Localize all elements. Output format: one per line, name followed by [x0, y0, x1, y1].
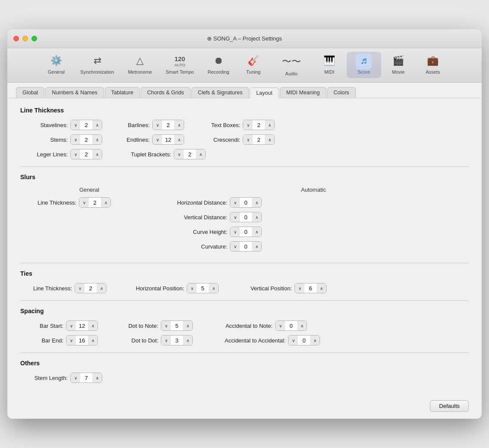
toolbar-item-metronome[interactable]: △ Metronome	[121, 52, 159, 78]
toolbar-item-general[interactable]: ⚙️ General	[39, 52, 73, 78]
atn-decrement[interactable]: ∨	[276, 320, 285, 331]
bar-start-increment[interactable]: ∧	[88, 320, 97, 331]
endlines-decrement[interactable]: ∨	[153, 134, 162, 145]
toolbar-label-movie: Movie	[392, 69, 404, 75]
dtn-decrement[interactable]: ∨	[161, 320, 171, 331]
text-boxes-stepper[interactable]: ∨ 2 ∧	[243, 120, 275, 130]
close-button[interactable]	[13, 36, 19, 41]
tab-tablature[interactable]: Tablature	[105, 87, 140, 98]
crescendi-stepper[interactable]: ∨ 2 ∧	[243, 134, 275, 145]
dot-to-note-stepper[interactable]: ∨ 5 ∧	[161, 320, 193, 331]
slurs-lt-increment[interactable]: ∧	[101, 197, 110, 208]
ties-lt-field: Line Thickness: ∨ 2 ∧	[20, 283, 107, 293]
slurs-curvature-label: Curvature:	[158, 243, 227, 250]
stavelines-increment[interactable]: ∧	[92, 120, 102, 130]
stem-length-increment[interactable]: ∧	[92, 373, 102, 383]
ties-lt-decrement[interactable]: ∨	[75, 283, 85, 293]
toolbar-item-recording[interactable]: ⏺ Recording	[201, 52, 236, 78]
tab-colors[interactable]: Colors	[327, 87, 356, 98]
barlines-increment[interactable]: ∧	[174, 120, 184, 130]
stems-increment[interactable]: ∧	[92, 134, 102, 145]
slurs-ch-decrement[interactable]: ∨	[230, 227, 240, 237]
leger-lines-stepper[interactable]: ∨ 2 ∧	[70, 149, 102, 159]
bar-start-decrement[interactable]: ∨	[66, 320, 76, 331]
ties-hp-decrement[interactable]: ∨	[187, 283, 197, 293]
ties-vp-decrement[interactable]: ∨	[295, 283, 304, 293]
endlines-increment[interactable]: ∧	[174, 134, 184, 145]
ties-title: Ties	[20, 270, 469, 277]
atn-stepper[interactable]: ∨ 0 ∧	[275, 320, 307, 331]
toolbar-item-smart-tempo[interactable]: 120 AUTO Smart Tempo	[159, 52, 201, 78]
tab-clefs-signatures[interactable]: Clefs & Signatures	[191, 87, 249, 98]
slurs-curve-height-row: Curve Height: ∨ 0 ∧	[158, 227, 469, 237]
slurs-ch-stepper[interactable]: ∨ 0 ∧	[230, 227, 262, 237]
slurs-hd-increment[interactable]: ∧	[252, 197, 261, 208]
dtd-decrement[interactable]: ∨	[161, 335, 171, 345]
text-boxes-decrement[interactable]: ∨	[243, 120, 253, 130]
slurs-ch-increment[interactable]: ∧	[252, 227, 261, 237]
tab-midi-meaning[interactable]: MIDI Meaning	[280, 87, 326, 98]
toolbar-item-synchronization[interactable]: ⇄ Synchronization	[73, 52, 121, 78]
slurs-horiz-dist-stepper[interactable]: ∨ 0 ∧	[230, 197, 262, 208]
tuplet-brackets-stepper[interactable]: ∨ 2 ∧	[174, 149, 206, 159]
maximize-button[interactable]	[31, 36, 37, 41]
toolbar-item-movie[interactable]: 🎬 Movie	[381, 52, 416, 78]
toolbar-item-audio[interactable]: 〜〜 Audio	[271, 52, 312, 78]
atn-value: 0	[285, 323, 297, 329]
text-boxes-increment[interactable]: ∧	[265, 120, 274, 130]
stems-stepper[interactable]: ∨ 2 ∧	[70, 134, 102, 145]
slurs-vert-dist-stepper[interactable]: ∨ 0 ∧	[230, 212, 262, 222]
ties-lt-increment[interactable]: ∧	[97, 283, 106, 293]
ties-hp-stepper[interactable]: ∨ 5 ∧	[187, 283, 219, 293]
endlines-stepper[interactable]: ∨ 12 ∧	[152, 134, 184, 145]
bar-start-stepper[interactable]: ∨ 12 ∧	[66, 320, 98, 331]
slurs-general-header: General	[20, 187, 158, 193]
tuplet-brackets-decrement[interactable]: ∨	[174, 149, 184, 159]
toolbar-item-score[interactable]: ♬ Score	[347, 52, 381, 78]
slurs-ch-value: 0	[240, 229, 252, 235]
slurs-curv-decrement[interactable]: ∨	[230, 241, 240, 252]
slurs-line-thickness-stepper[interactable]: ∨ 2 ∧	[79, 197, 111, 208]
leger-lines-increment[interactable]: ∧	[92, 149, 102, 159]
atn-increment[interactable]: ∧	[297, 320, 307, 331]
stem-length-stepper[interactable]: ∨ 7 ∧	[70, 373, 102, 383]
tab-chords-grids[interactable]: Chords & Grids	[141, 87, 190, 98]
bar-end-increment[interactable]: ∧	[88, 335, 97, 345]
crescendi-increment[interactable]: ∧	[265, 134, 274, 145]
tab-global[interactable]: Global	[16, 87, 44, 98]
ties-hp-increment[interactable]: ∧	[209, 283, 218, 293]
slurs-hd-decrement[interactable]: ∨	[230, 197, 240, 208]
ties-vp-increment[interactable]: ∧	[317, 283, 326, 293]
ata-increment[interactable]: ∧	[310, 335, 320, 345]
barlines-stepper[interactable]: ∨ 2 ∧	[152, 120, 184, 130]
tab-numbers-names[interactable]: Numbers & Names	[45, 87, 104, 98]
bar-end-stepper[interactable]: ∨ 16 ∧	[66, 335, 98, 345]
slurs-lt-decrement[interactable]: ∨	[79, 197, 89, 208]
dtd-stepper[interactable]: ∨ 3 ∧	[161, 335, 193, 345]
minimize-button[interactable]	[22, 36, 28, 41]
stems-decrement[interactable]: ∨	[71, 134, 80, 145]
crescendi-decrement[interactable]: ∨	[243, 134, 253, 145]
dtn-increment[interactable]: ∧	[183, 320, 192, 331]
leger-lines-decrement[interactable]: ∨	[71, 149, 80, 159]
stem-length-decrement[interactable]: ∨	[71, 373, 80, 383]
slurs-curv-increment[interactable]: ∧	[252, 241, 261, 252]
stavelines-stepper[interactable]: ∨ 2 ∧	[70, 120, 102, 130]
tab-layout[interactable]: Layout	[250, 87, 279, 98]
slurs-vd-decrement[interactable]: ∨	[230, 212, 240, 222]
barlines-decrement[interactable]: ∨	[153, 120, 162, 130]
dtd-increment[interactable]: ∧	[183, 335, 192, 345]
slurs-curv-stepper[interactable]: ∨ 0 ∧	[230, 241, 262, 252]
slurs-vd-increment[interactable]: ∧	[252, 212, 261, 222]
toolbar-item-midi[interactable]: 🎹 MIDI	[312, 52, 347, 78]
stavelines-decrement[interactable]: ∨	[71, 120, 80, 130]
ties-lt-stepper[interactable]: ∨ 2 ∧	[75, 283, 107, 293]
bar-end-decrement[interactable]: ∨	[66, 335, 76, 345]
ata-stepper[interactable]: ∨ 0 ∧	[288, 335, 320, 345]
toolbar-item-tuning[interactable]: 🎸 Tuning	[236, 52, 271, 78]
toolbar-item-assets[interactable]: 💼 Assets	[416, 52, 450, 78]
defaults-button[interactable]: Defaults	[430, 400, 469, 412]
ata-decrement[interactable]: ∨	[288, 335, 298, 345]
tuplet-brackets-increment[interactable]: ∧	[196, 149, 205, 159]
ties-vp-stepper[interactable]: ∨ 6 ∧	[295, 283, 326, 293]
